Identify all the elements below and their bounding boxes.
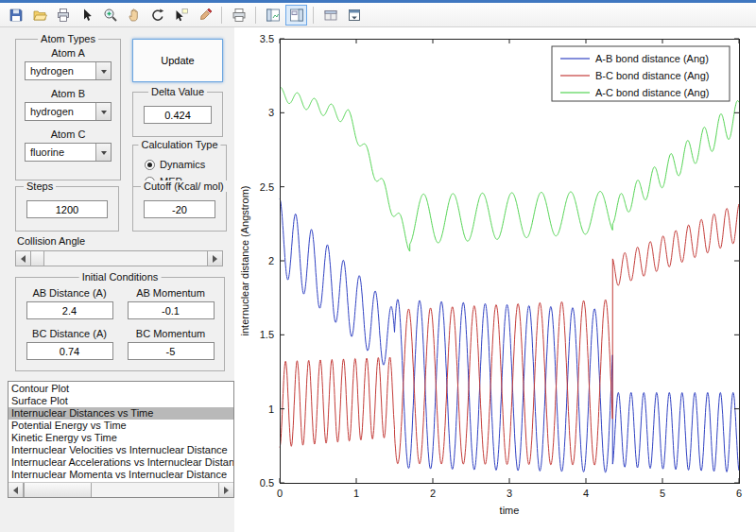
svg-text:time: time: [500, 505, 520, 516]
radio-dynamics-label: Dynamics: [160, 159, 205, 170]
svg-text:3: 3: [268, 107, 274, 118]
list-item[interactable]: Potential Energy vs Time: [9, 420, 233, 432]
atom-a-select[interactable]: hydrogen: [25, 61, 112, 80]
steps-input[interactable]: [26, 200, 108, 218]
chevron-down-icon[interactable]: [95, 62, 111, 79]
calculation-type-title: Calculation Type: [138, 139, 220, 150]
list-item[interactable]: Internuclear Velocities vs Internuclear …: [9, 444, 233, 456]
pan-icon[interactable]: [123, 5, 145, 26]
figure-area: 01234560.511.522.533.5timeinternuclear d…: [0, 27, 756, 532]
figure-palette-icon[interactable]: [285, 5, 307, 26]
listbox-items: Contour PlotSurface PlotInternuclear Dis…: [9, 382, 233, 482]
bc-momentum-input[interactable]: [128, 342, 215, 360]
bc-momentum-label: BC Momentum: [123, 328, 218, 339]
svg-text:2: 2: [430, 488, 436, 499]
chart-svg: 01234560.511.522.533.5timeinternuclear d…: [234, 27, 756, 532]
cutoff-input[interactable]: [144, 200, 215, 218]
atom-types-title: Atom Types: [38, 33, 98, 44]
application-window: 01234560.511.522.533.5timeinternuclear d…: [0, 0, 756, 532]
svg-text:0: 0: [277, 488, 283, 499]
brush-icon[interactable]: [194, 5, 215, 26]
ab-distance-input[interactable]: [26, 301, 113, 319]
list-item[interactable]: Contour Plot: [9, 383, 233, 395]
ab-distance-label: AB Distance (A): [22, 287, 117, 299]
svg-text:1: 1: [353, 488, 359, 499]
steps-title: Steps: [24, 180, 56, 192]
initial-conditions-title: Initial Conditions: [79, 271, 162, 283]
atom-a-label: Atom A: [16, 47, 120, 59]
toolbar-separator: [313, 7, 314, 24]
delta-value-panel: Delta Value: [132, 92, 223, 137]
bc-distance-label: BC Distance (A): [22, 328, 117, 339]
toolbar: [0, 3, 756, 27]
atom-b-select[interactable]: hydrogen: [25, 102, 112, 121]
bc-distance-input[interactable]: [26, 342, 113, 360]
svg-text:3.5: 3.5: [260, 33, 274, 44]
plot-container: 01234560.511.522.533.5timeinternuclear d…: [234, 27, 756, 532]
collision-angle-label: Collision Angle: [17, 235, 85, 247]
radio-button-icon: [145, 160, 155, 170]
svg-text:0.5: 0.5: [260, 477, 274, 489]
slider-left-arrow[interactable]: [16, 251, 31, 266]
svg-text:1: 1: [268, 403, 274, 415]
initial-conditions-panel: Initial Conditions AB Distance (A) AB Mo…: [15, 277, 225, 371]
svg-text:5: 5: [660, 488, 665, 499]
open-icon[interactable]: [28, 5, 50, 26]
cutoff-panel: Cutoff (Kcal/ mol): [132, 186, 227, 232]
svg-text:2: 2: [268, 255, 274, 266]
collision-angle-slider[interactable]: [15, 250, 223, 266]
svg-text:6: 6: [736, 488, 742, 499]
atom-c-label: Atom C: [16, 129, 120, 140]
hscroll-left-arrow[interactable]: [9, 483, 24, 497]
data-cursor-icon[interactable]: [170, 5, 192, 26]
save-icon[interactable]: [5, 5, 26, 26]
atom-types-panel: Atom Types Atom A hydrogen Atom B hydrog…: [15, 39, 121, 180]
atom-c-value: fluorine: [30, 146, 64, 158]
listbox-hscrollbar[interactable]: [9, 482, 233, 497]
cutoff-title: Cutoff (Kcal/ mol): [141, 180, 227, 192]
ab-momentum-input[interactable]: [128, 301, 215, 319]
delta-value-input[interactable]: [144, 106, 212, 124]
svg-text:2.5: 2.5: [260, 181, 274, 193]
toolbar-separator: [221, 7, 222, 24]
slider-thumb[interactable]: [31, 251, 44, 266]
svg-text:4: 4: [583, 488, 589, 499]
ab-momentum-label: AB Momentum: [123, 287, 218, 299]
svg-text:internuclear distance (Angstro: internuclear distance (Angstrom): [239, 186, 250, 336]
svg-text:A-B bond distance (Ang): A-B bond distance (Ang): [595, 53, 709, 64]
zoom-in-icon[interactable]: [99, 5, 121, 26]
hscroll-thumb[interactable]: [24, 483, 92, 497]
atom-b-label: Atom B: [16, 88, 120, 99]
svg-text:3: 3: [507, 488, 512, 499]
list-item[interactable]: Kinetic Energy vs Time: [9, 432, 233, 444]
atom-a-value: hydrogen: [30, 65, 74, 77]
svg-text:B-C bond distance (Ang): B-C bond distance (Ang): [595, 70, 709, 81]
atom-b-value: hydrogen: [30, 106, 74, 117]
atom-c-select[interactable]: fluorine: [25, 143, 112, 162]
export-figure-icon[interactable]: [228, 5, 249, 26]
radio-dynamics[interactable]: Dynamics: [145, 159, 226, 170]
list-item[interactable]: Internuclear Accelerations vs Internucle…: [9, 456, 233, 469]
svg-text:A-C bond distance (Ang): A-C bond distance (Ang): [595, 87, 709, 98]
chevron-down-icon[interactable]: [95, 144, 111, 161]
svg-text:1.5: 1.5: [260, 329, 274, 340]
plot-browser-icon[interactable]: [262, 5, 284, 26]
update-button[interactable]: Update: [132, 39, 223, 82]
delta-value-title: Delta Value: [148, 86, 207, 97]
toolbar-separator: [255, 7, 256, 24]
hscroll-right-arrow[interactable]: [218, 483, 233, 497]
property-editor-icon[interactable]: [319, 5, 341, 26]
plot-type-listbox: Contour PlotSurface PlotInternuclear Dis…: [8, 381, 234, 498]
list-item[interactable]: Internuclear Distances vs Time: [9, 407, 233, 420]
list-item[interactable]: Surface Plot: [9, 395, 233, 407]
chevron-down-icon[interactable]: [95, 103, 111, 120]
dock-figure-icon[interactable]: [343, 5, 365, 26]
print-icon[interactable]: [52, 5, 74, 26]
rotate-3d-icon[interactable]: [146, 5, 168, 26]
slider-right-arrow[interactable]: [207, 251, 222, 266]
edit-plot-icon[interactable]: [76, 5, 97, 26]
list-item[interactable]: Internuclear Momenta vs Internuclear Dis…: [9, 469, 233, 481]
steps-panel: Steps: [15, 186, 119, 232]
